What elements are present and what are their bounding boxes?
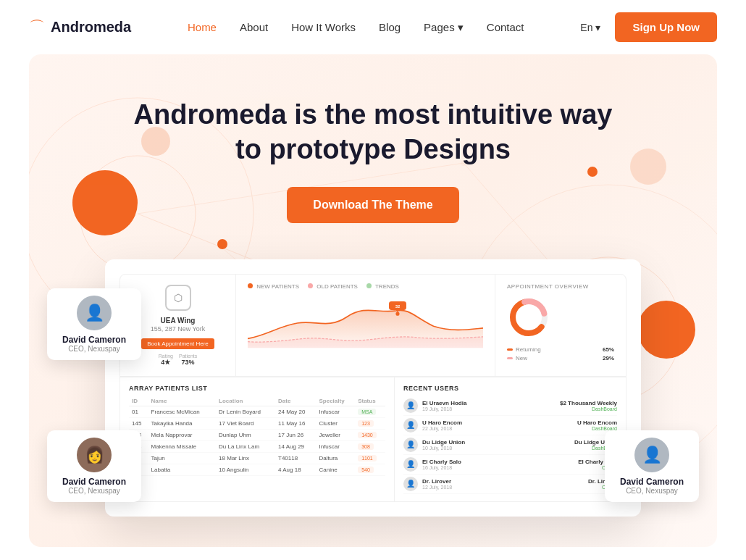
col-specialty: Specialty [316,396,355,406]
avatar: 👤 [634,438,669,472]
user-card-right-bottom: 👤 David Cameron CEO, Nexuspay [605,430,699,502]
recent-date: 19 July, 2018 [422,406,556,411]
patient-table-section: ARRAY PATIENTS LIST ID Name Location Dat… [120,377,395,501]
recent-item: 👤 U Haro Encom 22 July, 2018 U Haro Enco… [403,416,617,435]
dash-appointment-section: APPOINTMENT OVERVIEW Returning [495,275,626,376]
recent-list: 👤 El Uraevn Hodia 19 July, 2018 $2 Thous… [403,396,617,494]
recent-users-section: RECENT USERS 👤 El Uraevn Hodia 19 July, … [395,377,626,501]
col-name: Name [148,396,217,406]
nav-links: Home About How It Works Blog Pages ▾ Con… [188,21,524,34]
user-role: CEO, Nexuspay [68,487,120,495]
dashboard-preview: 👤 David Cameron CEO, Nexuspay 👩 David Ca… [62,259,684,517]
table-row: Tajun18 Mar LinxT40118Daltura1101 [129,452,385,464]
signup-button[interactable]: Sign Up Now [615,12,717,42]
recent-amount: $2 Thousand Weekly [560,400,617,406]
avatar: 👩 [77,438,112,472]
recent-item: 👤 Dr. Lirover 12 July, 2018 Dr. Lirover … [403,475,617,494]
nav-item-contact[interactable]: Contact [487,21,524,34]
col-date: Date [275,396,316,406]
nav-link-contact[interactable]: Contact [487,21,524,33]
user-role: CEO, Nexuspay [68,345,120,353]
recent-name: El Uraevn Hodia [422,400,556,406]
recent-date: 22 July, 2018 [422,426,573,431]
avatar: 👤 [403,438,418,452]
nav-link-how-it-works[interactable]: How It Works [291,21,356,33]
patient-table-body: 01Francesc McMicanDr Lenin Boyard24 May … [129,406,385,475]
recent-name: Du Lidge Union [422,439,570,446]
nav-item-how-it-works[interactable]: How It Works [291,21,356,34]
user-card-left-top: 👤 David Cameron CEO, Nexuspay [47,288,141,360]
recent-title: RECENT USERS [403,385,617,392]
dashboard-bottom-row: ARRAY PATIENTS LIST ID Name Location Dat… [120,377,626,501]
legend-item-trends: TRENDS [366,283,399,290]
chevron-down-icon: ▾ [595,22,600,33]
user-role: CEO, Nexuspay [626,487,678,495]
table-row: 183Makenna MissaleDu La Linx Lam14 Aug 2… [129,440,385,452]
donut-legend: Returning 65% New 29% [507,346,614,362]
col-id: ID [129,396,148,406]
recent-date: 12 July, 2018 [422,485,584,490]
nav-link-blog[interactable]: Blog [379,21,401,33]
table-title: ARRAY PATIENTS LIST [129,385,385,392]
brand-name: Andromeda [51,19,131,35]
user-name: David Cameron [62,477,126,487]
col-status: Status [355,396,385,406]
stat-row: Rating 4★ Patients 73% [159,354,198,366]
recent-info: Dr. Lirover 12 July, 2018 [422,478,584,490]
stat-rating: Rating 4★ [159,354,173,366]
recent-status: DashBoard [560,406,617,411]
recent-name: EI Charly Salo [422,459,574,465]
avatar: 👤 [77,296,112,330]
legend-item-new: NEW PATIENTS [248,283,299,290]
recent-date: 16 July, 2018 [422,465,574,470]
nav-item-blog[interactable]: Blog [379,21,401,34]
table-header-row: ID Name Location Date Specialty Status [129,396,385,406]
book-appointment-button[interactable]: Book Appointment Here [141,338,214,349]
recent-info: El Uraevn Hodia 19 July, 2018 [422,400,556,411]
nav-item-about[interactable]: About [240,21,268,34]
recent-info: U Haro Encom 22 July, 2018 [422,419,573,431]
table-row: Labatta10 Angsulin4 Aug 18Canine540 [129,464,385,475]
recent-info: EI Charly Salo 16 July, 2018 [422,459,574,470]
table-row: 145Takayika Handa17 Viet Board11 May 16C… [129,417,385,429]
donut-chart [507,296,550,339]
recent-item: 👤 Du Lidge Union 10 July, 2018 Du Lidge … [403,435,617,455]
table-row: 165Mela NapprovarDunlap Uhm17 Jun 26Jewe… [129,429,385,440]
recent-item: 👤 El Uraevn Hodia 19 July, 2018 $2 Thous… [403,396,617,416]
nav-right: En ▾ Sign Up Now [580,12,717,42]
logo[interactable]: ⌒ Andromeda [29,17,131,38]
language-selector[interactable]: En ▾ [580,22,600,33]
download-theme-button[interactable]: Download The Theme [287,187,458,223]
avatar: 👤 [403,457,418,472]
nav-item-pages[interactable]: Pages ▾ [424,21,464,34]
logo-icon: ⌒ [29,17,45,38]
table-row: 01Francesc McMicanDr Lenin Boyard24 May … [129,406,385,417]
dashboard-card: ⬡ UEA Wing 155, 287 New York Book Appoin… [105,259,641,517]
recent-amount: U Haro Encom [577,419,617,426]
legend-dot-trends [366,283,372,288]
avatar: 👤 [403,418,418,432]
legend-dot-old [308,283,313,288]
chart-legend: NEW PATIENTS OLD PATIENTS TRENDS [248,283,483,290]
user-name: David Cameron [620,477,684,487]
user-card-left-bottom: 👩 David Cameron CEO, Nexuspay [47,430,141,502]
avatar: 👤 [403,477,418,491]
svg-point-15 [395,312,399,316]
recent-date: 10 July, 2018 [422,446,570,451]
legend-dot-new [248,283,253,288]
recent-name: U Haro Encom [422,419,573,426]
legend-item-old: OLD PATIENTS [308,283,358,290]
hero-section: Andromeda is the most intuitive way to p… [29,54,717,547]
dashboard-top-row: ⬡ UEA Wing 155, 287 New York Book Appoin… [120,275,626,377]
nav-link-pages[interactable]: Pages ▾ [424,21,464,33]
recent-item: 👤 EI Charly Salo 16 July, 2018 EI Charly… [403,455,617,475]
hero-content: Andromeda is the most intuitive way to p… [58,98,688,259]
nav-item-home[interactable]: Home [188,21,217,34]
col-location: Location [216,396,275,406]
recent-info: Du Lidge Union 10 July, 2018 [422,439,570,451]
nav-link-about[interactable]: About [240,21,268,33]
user-name: David Cameron [62,335,126,345]
dash-chart-section: NEW PATIENTS OLD PATIENTS TRENDS [236,275,495,376]
nav-link-home[interactable]: Home [188,21,217,33]
dashboard-inner: ⬡ UEA Wing 155, 287 New York Book Appoin… [120,274,626,502]
